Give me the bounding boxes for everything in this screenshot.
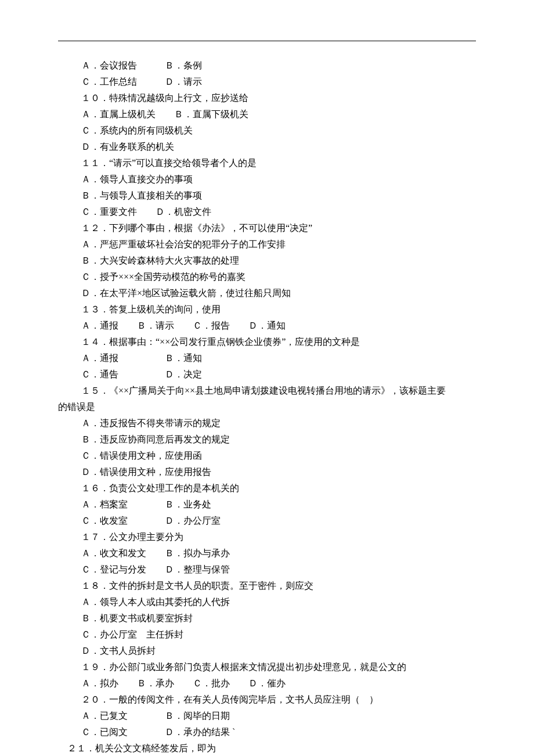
text-line: Ｃ．收发室 Ｄ．办公厅室 (58, 513, 476, 529)
text-line: Ｄ．有业务联系的机关 (58, 139, 476, 155)
text-line: Ａ．会议报告 Ｂ．条例 (58, 57, 476, 74)
text-line: Ａ．领导人直接交办的事项 (58, 171, 476, 188)
text-line: １６．负责公文处理工作的是本机关的 (58, 480, 476, 496)
text-line: ２０．一般的传阅文件，在有关人员传阅完毕后，文书人员应注明（ ） (58, 692, 476, 708)
text-line: Ａ．通报 Ｂ．通知 (58, 350, 476, 366)
text-line: Ａ．档案室 Ｂ．业务处 (58, 496, 476, 513)
text-line: Ｂ．违反应协商同意后再发文的规定 (58, 431, 476, 448)
document-page: Ａ．会议报告 Ｂ．条例 Ｃ．工作总结 Ｄ．请示 １０．特殊情况越级向上行文，应抄… (0, 0, 534, 756)
text-line: Ｃ．系统内的所有同级机关 (58, 123, 476, 139)
text-line: １３．答复上级机关的询问，使用 (58, 301, 476, 318)
text-line: Ａ．已复文 Ｂ．阅毕的日期 (58, 708, 476, 724)
top-rule (58, 41, 476, 41)
text-line: １５．《××广播局关于向××县土地局申请划拨建设电视转播台用地的请示》，该标题主… (58, 383, 476, 399)
text-line: Ｂ．与领导人直接相关的事项 (58, 188, 476, 204)
text-line: Ｄ．错误使用文种，应使用报告 (58, 464, 476, 480)
text-line: Ｂ．机要文书或机要室拆封 (58, 610, 476, 627)
text-line: １４．根据事由：“××公司发行重点钢铁企业债券”，应使用的文种是 (58, 334, 476, 350)
text-line: １０．特殊情况越级向上行文，应抄送给 (58, 90, 476, 106)
text-line: １１．“请示”可以直接交给领导者个人的是 (58, 155, 476, 171)
text-line: Ａ．违反报告不得夹带请示的规定 (58, 415, 476, 431)
text-line: Ｃ．重要文件 Ｄ．机密文件 (58, 204, 476, 220)
text-line: Ｃ．通告 Ｄ．决定 (58, 366, 476, 383)
text-line: Ｃ．登记与分发 Ｄ．整理与保管 (58, 561, 476, 578)
text-line: Ｃ．工作总结 Ｄ．请示 (58, 74, 476, 90)
text-line: １２．下列哪个事由，根据《办法》，不可以使用“决定” (58, 220, 476, 236)
text-line: Ａ．通报 Ｂ．请示 Ｃ．报告 Ｄ．通知 (58, 318, 476, 334)
text-line: １８．文件的拆封是文书人员的职责。至于密件，则应交 (58, 578, 476, 594)
text-line: Ａ．收文和发文 Ｂ．拟办与承办 (58, 545, 476, 561)
text-line: Ａ．领导人本人或由其委托的人代拆 (58, 594, 476, 610)
text-line: Ｃ．错误使用文种，应使用函 (58, 448, 476, 464)
text-line: Ｄ．文书人员拆封 (58, 643, 476, 659)
text-line: Ｃ．授予×××全国劳动模范的称号的嘉奖 (58, 269, 476, 285)
text-line: Ａ．严惩严重破坏社会治安的犯罪分子的工作安排 (58, 236, 476, 253)
text-line: １７．公文办理主要分为 (58, 529, 476, 545)
text-line: Ｃ．已阅文 Ｄ．承办的结果 ` (58, 724, 476, 740)
text-line: １９．办公部门或业务部门负责人根据来文情况提出初步处理意见，就是公文的 (58, 659, 476, 675)
text-line: Ａ．拟办 Ｂ．承办 Ｃ．批办 Ｄ．催办 (58, 675, 476, 692)
text-line: ２１．机关公文文稿经签发后，即为 (58, 740, 476, 756)
text-line: Ａ．直属上级机关 Ｂ．直属下级机关 (58, 106, 476, 123)
text-line: Ｄ．在太平洋×地区试验运载火箭，使过往船只周知 (58, 285, 476, 301)
text-line: Ｂ．大兴安岭森林特大火灾事故的处理 (58, 253, 476, 269)
text-line-continuation: 的错误是 (58, 399, 476, 415)
text-line: Ｃ．办公厅室 主任拆封 (58, 627, 476, 643)
